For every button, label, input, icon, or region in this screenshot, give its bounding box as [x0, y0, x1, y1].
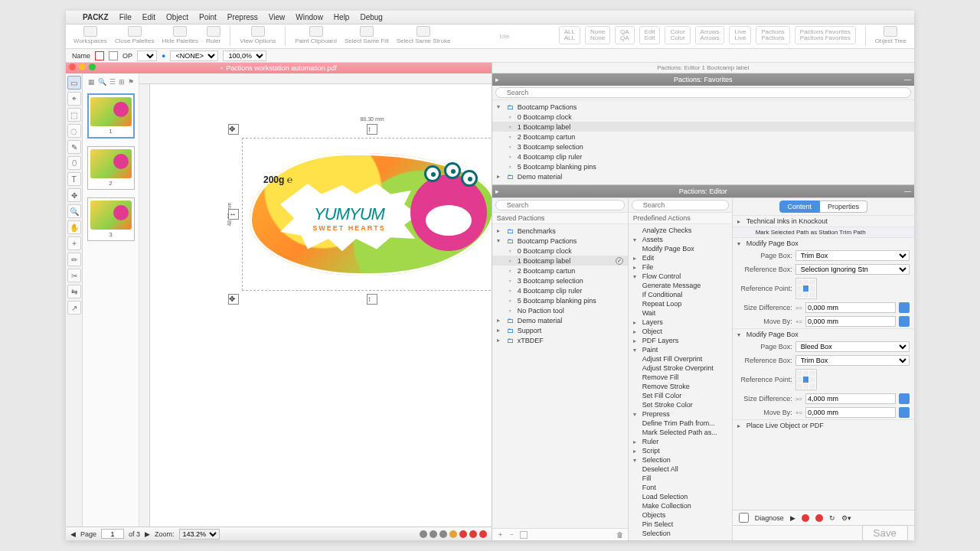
fav-item[interactable]: 2 Bootcamp cartun [492, 132, 914, 142]
zoom-icon[interactable] [89, 64, 96, 70]
list-item[interactable]: 4 Bootcamp clip ruler [492, 285, 628, 295]
stroke-swatch[interactable] [109, 51, 118, 60]
list-item[interactable]: 3 Bootcamp selection [492, 276, 628, 285]
save-button[interactable]: Save [862, 525, 908, 541]
predef-child[interactable]: Generate Message [629, 281, 732, 290]
predef-child[interactable]: Adjust Stroke Overprint [629, 364, 732, 373]
zoom-tool[interactable]: 🔍 [67, 204, 81, 218]
artboard-tool[interactable]: ⬚ [67, 108, 81, 122]
favorites-search[interactable] [495, 87, 911, 98]
tb-object-tree[interactable]: Object Tree [875, 26, 906, 44]
fav-item[interactable]: 3 Bootcamp selection [492, 142, 914, 152]
page-input[interactable] [101, 529, 124, 539]
predef-node[interactable]: ▸Object [629, 327, 732, 336]
selection-tool[interactable]: ▭ [67, 76, 81, 90]
tb-close-palettes[interactable]: Close Palettes [115, 26, 155, 44]
close-icon[interactable] [69, 64, 76, 70]
tb-tab-all[interactable]: ALLALL [559, 26, 580, 44]
fav-item[interactable]: 4 Bootcamp clip ruler [492, 152, 914, 161]
menu-debug[interactable]: Debug [360, 13, 382, 21]
tb-workspaces[interactable]: Workspaces [74, 26, 107, 44]
pencil-tool[interactable]: ✏ [67, 253, 81, 266]
minimize-icon[interactable] [79, 64, 86, 70]
prop-accordion[interactable]: ▸Place Live Object or PDF [733, 419, 914, 431]
predef-node[interactable]: ▸PDF Layers [629, 336, 732, 345]
predef-child[interactable]: Wait [629, 308, 732, 318]
grp-demo[interactable]: ▸🗀Demo material [492, 315, 628, 325]
handle-ml[interactable]: ↔ [228, 209, 239, 220]
remove-icon[interactable]: － [508, 530, 515, 540]
menu-prepress[interactable]: Prepress [227, 13, 258, 21]
page-thumb-1[interactable]: 1 [87, 93, 135, 139]
pages-grid-icon[interactable]: ⊞ [119, 78, 125, 86]
predef-node[interactable]: ▸File [629, 262, 732, 272]
tb-select-stroke[interactable]: Select Same Stroke [397, 26, 451, 44]
predef-child[interactable]: If Conditional [629, 290, 732, 299]
grp-benchmarks[interactable]: ▸🗀Benchmarks [492, 226, 628, 236]
tb-tab-color[interactable]: ColorColor [665, 26, 690, 44]
predef-node[interactable]: ▸Edit [629, 253, 732, 262]
predef-node[interactable]: Analyze Checks [629, 226, 732, 235]
menu-window[interactable]: Window [296, 13, 323, 21]
prop-accordion[interactable]: ▾Modify Page Box [733, 237, 914, 249]
record-icon[interactable] [802, 514, 809, 522]
tb-tab-pfav[interactable]: Pactions FavoritesPactions Favorites [795, 26, 856, 44]
tb-select-fill[interactable]: Select Same Fill [345, 26, 389, 44]
list-item[interactable]: 2 Bootcamp cartun [492, 266, 628, 276]
predef-child[interactable]: Font [629, 483, 732, 492]
pages-list-icon[interactable]: ☰ [109, 78, 116, 86]
menu-file[interactable]: File [119, 13, 132, 21]
tab-properties[interactable]: Properties [820, 201, 867, 213]
tb-tab-none[interactable]: NoneNone [585, 26, 610, 44]
artboard[interactable]: 88.30 mm 48.00 mm ✥ ✥ ✥ ✥ ↕ ↕ ↔ ↔ [242, 138, 492, 291]
predef-node[interactable]: ▸Layers [629, 318, 732, 327]
unit-button[interactable] [899, 316, 910, 327]
predef-child[interactable]: Remove Fill [629, 373, 732, 382]
predef-child[interactable]: Load Selection [629, 492, 732, 501]
tb-tab-live[interactable]: LiveLive [729, 26, 751, 44]
optbar-none[interactable]: <NONE> [170, 51, 218, 61]
ellipse-tool[interactable]: ◌ [67, 124, 81, 138]
scissors-tool[interactable]: ✂ [67, 269, 81, 282]
fav-item-selected[interactable]: 1 Bootcamp label [492, 122, 914, 132]
list-item[interactable]: No Paction tool [492, 305, 628, 315]
pages-flag-icon[interactable]: ⚑ [128, 78, 134, 86]
prop-accordion[interactable]: Mark Selected Path as Station Trim Path [733, 227, 914, 237]
fav-item[interactable]: 5 Bootcamp blanking pins [492, 161, 914, 171]
grp-support[interactable]: ▸🗀Support [492, 325, 628, 335]
predef-node[interactable]: ▸Ruler [629, 437, 732, 446]
folder-new-icon[interactable] [520, 531, 528, 539]
predef-node[interactable]: ▸Script [629, 446, 732, 455]
menu-help[interactable]: Help [334, 13, 350, 21]
menu-view[interactable]: View [269, 13, 286, 21]
pen-tool[interactable]: ✎ [67, 140, 81, 154]
predef-child[interactable]: Remove Stroke [629, 382, 732, 391]
link-icon[interactable]: ● [162, 52, 165, 60]
menu-object[interactable]: Object [166, 13, 188, 21]
predef-child[interactable]: Define Trim Path from... [629, 419, 732, 428]
favorites-header[interactable]: ▸Pactions: Favorites— [492, 73, 914, 86]
grp-bootcamp[interactable]: ▾🗀Bootcamp Pactions [492, 236, 628, 246]
tb-tab-edit[interactable]: EditEdit [639, 26, 661, 44]
tab-content[interactable]: Content [779, 201, 821, 213]
unit-button[interactable] [899, 407, 910, 418]
loop-icon[interactable]: ↻ [829, 514, 835, 522]
predef-child[interactable]: Modify Page Box [629, 244, 732, 253]
ruler-vertical[interactable] [139, 84, 150, 527]
move-tool[interactable]: ✥ [67, 188, 81, 202]
gear-icon[interactable]: ⚙▾ [841, 514, 851, 522]
predef-node[interactable]: ▾Assets [629, 235, 732, 244]
editor-search[interactable] [495, 200, 625, 210]
prop-accordion[interactable]: ▾Modify Page Box [733, 328, 914, 340]
predef-child[interactable]: Deselect All [629, 465, 732, 474]
menu-point[interactable]: Point [199, 13, 217, 21]
direct-select-tool[interactable]: ⌖ [67, 92, 81, 106]
prop-accordion[interactable]: ▸Technical Inks in Knockout [733, 215, 914, 227]
ruler-horizontal[interactable] [139, 73, 492, 84]
trash-icon[interactable]: 🗑 [616, 531, 623, 539]
page-thumb-3[interactable]: 3 [87, 197, 135, 241]
app-name[interactable]: PACKZ [83, 13, 109, 21]
predef-child[interactable]: Make Collection [629, 501, 732, 510]
predef-search[interactable] [632, 200, 729, 210]
tb-tab-arrows[interactable]: ArrowsArrows [695, 26, 725, 44]
